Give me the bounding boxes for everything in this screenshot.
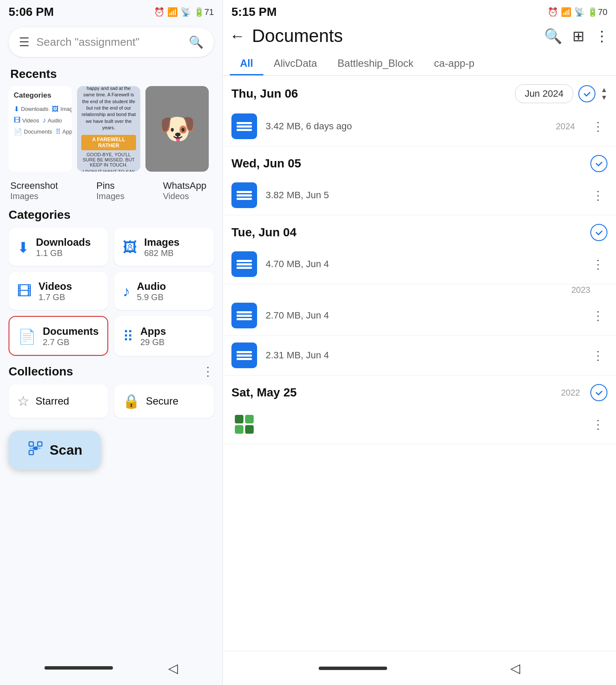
recent-card-img-text: ...where will be both happy and sad at t… bbox=[77, 86, 140, 172]
date-may25: Sat, May 25 bbox=[231, 386, 297, 399]
recent-screenshot-type: Images bbox=[10, 191, 58, 201]
more-options-doc4[interactable]: ⋮ bbox=[589, 307, 607, 325]
doc-file-icon-4 bbox=[231, 303, 257, 328]
downloads-label: Downloads bbox=[36, 236, 91, 248]
collections-header: Collections ⋮ bbox=[9, 364, 214, 378]
svg-rect-2 bbox=[29, 450, 33, 455]
category-videos[interactable]: 🎞 Videos 1.7 GB bbox=[9, 272, 108, 310]
doc-item-1[interactable]: 3.42 MB, 6 days ago 2024 ⋮ bbox=[223, 107, 616, 146]
svg-rect-1 bbox=[38, 442, 42, 446]
alarm-icon-r: ⏰ bbox=[548, 7, 558, 17]
collection-starred[interactable]: ☆ Starred bbox=[9, 384, 108, 418]
top-bar: ← Documents 🔍 ⊞ ⋮ bbox=[223, 22, 616, 51]
doc-file-icon-2 bbox=[231, 182, 257, 208]
apps-icon: ⠿ bbox=[123, 328, 133, 345]
scroll-up-icon[interactable]: ▲ bbox=[601, 86, 607, 93]
doc-item-2[interactable]: 3.82 MB, Jun 5 ⋮ bbox=[223, 176, 616, 215]
signal-icon-r: 📡 bbox=[574, 7, 585, 17]
date-header-jun05: Wed, Jun 05 bbox=[223, 146, 616, 176]
left-panel: 5:06 PM ⏰ 📶 📡 🔋71 ☰ Search "assignment" … bbox=[0, 0, 222, 685]
doc-item-4[interactable]: 2.70 MB, Jun 4 ⋮ bbox=[223, 296, 616, 336]
more-options-doc5[interactable]: ⋮ bbox=[589, 347, 607, 364]
more-options-doc6[interactable]: ⋮ bbox=[589, 416, 607, 433]
category-documents[interactable]: 📄 Documents 2.7 GB bbox=[9, 316, 108, 356]
search-button-right[interactable]: 🔍 bbox=[544, 27, 562, 45]
grid-view-button[interactable]: ⊞ bbox=[572, 27, 584, 45]
more-options-button[interactable]: ⋮ bbox=[595, 27, 609, 45]
wifi-icon: 📶 bbox=[167, 7, 178, 17]
search-bar[interactable]: ☰ Search "assignment" 🔍 bbox=[9, 27, 214, 57]
home-indicator-right bbox=[319, 667, 387, 670]
status-time-left: 5:06 PM bbox=[9, 5, 54, 19]
scroll-controls[interactable]: ▲ ▼ bbox=[601, 86, 607, 101]
recents-title: Recents bbox=[0, 64, 222, 86]
category-downloads[interactable]: ⬇ Downloads 1.1 GB bbox=[9, 228, 108, 266]
page-title: Documents bbox=[252, 26, 534, 46]
recent-whatsapp-name: WhatsApp bbox=[163, 180, 207, 191]
nav-bar-right: ◁ bbox=[223, 651, 616, 685]
select-jun06[interactable] bbox=[578, 85, 595, 102]
back-button-right[interactable]: ← bbox=[230, 27, 245, 45]
audio-icon: ♪ bbox=[123, 283, 130, 300]
signal-icon: 📡 bbox=[181, 7, 191, 17]
doc-info-1: 3.42 MB, 6 days ago bbox=[266, 121, 548, 132]
secure-label: Secure bbox=[146, 395, 178, 407]
apps-label: Apps bbox=[140, 325, 166, 337]
collections-more-icon[interactable]: ⋮ bbox=[202, 364, 214, 378]
recent-pins-name: Pins bbox=[96, 180, 124, 191]
back-button-left[interactable]: ◁ bbox=[168, 661, 178, 676]
tab-battleship[interactable]: Battleship_Block bbox=[327, 51, 424, 75]
starred-label: Starred bbox=[36, 395, 69, 407]
more-options-doc1[interactable]: ⋮ bbox=[589, 118, 607, 135]
tab-caapp[interactable]: ca-app-p bbox=[424, 51, 485, 75]
tab-alivcdata[interactable]: AlivcData bbox=[264, 51, 327, 75]
tab-all[interactable]: All bbox=[230, 51, 264, 75]
downloads-size: 1.1 GB bbox=[36, 248, 91, 258]
recent-card-whatsapp[interactable]: 🐶 bbox=[145, 86, 209, 172]
doc-info-3: 4.70 MB, Jun 4 bbox=[266, 259, 580, 270]
date-jun06: Thu, Jun 06 bbox=[231, 87, 298, 101]
year-2023-label: 2023 bbox=[572, 285, 591, 295]
search-icon[interactable]: 🔍 bbox=[189, 35, 204, 49]
more-options-doc3[interactable]: ⋮ bbox=[589, 256, 607, 273]
search-placeholder: Search "assignment" bbox=[36, 36, 182, 49]
nav-bar-left: ◁ bbox=[0, 651, 222, 685]
images-label: Images bbox=[144, 236, 180, 248]
doc-meta-3: 4.70 MB, Jun 4 bbox=[266, 259, 329, 269]
status-bar-right: 5:15 PM ⏰ 📶 📡 🔋70 bbox=[223, 0, 616, 22]
videos-label: Videos bbox=[38, 280, 72, 292]
select-jun04[interactable] bbox=[590, 224, 607, 241]
category-audio[interactable]: ♪ Audio 5.9 GB bbox=[114, 272, 214, 310]
date-header-jun04: Tue, Jun 04 bbox=[223, 215, 616, 244]
category-images[interactable]: 🖼 Images 682 MB bbox=[114, 228, 214, 266]
date-header-right-jun06: Jun 2024 ▲ ▼ bbox=[515, 84, 607, 103]
year-badge-2023: 2023 bbox=[223, 284, 616, 296]
audio-size: 5.9 GB bbox=[137, 292, 166, 302]
recent-card-categories[interactable]: Categories ⬇Downloads 🖼Images 🎞Videos ♪A… bbox=[9, 86, 72, 172]
doc-item-6[interactable]: ⋮ bbox=[223, 405, 616, 444]
collections-grid: ☆ Starred 🔒 Secure bbox=[9, 384, 214, 418]
year-2024: 2024 bbox=[556, 122, 580, 131]
date-badge: Jun 2024 bbox=[515, 84, 574, 103]
status-bar-left: 5:06 PM ⏰ 📶 📡 🔋71 bbox=[0, 0, 222, 22]
audio-label: Audio bbox=[137, 280, 166, 292]
collection-secure[interactable]: 🔒 Secure bbox=[114, 384, 214, 418]
doc-meta-4: 2.70 MB, Jun 4 bbox=[266, 310, 329, 321]
menu-icon[interactable]: ☰ bbox=[19, 35, 30, 49]
category-apps[interactable]: ⠿ Apps 29 GB bbox=[114, 316, 214, 356]
back-button-nav-right[interactable]: ◁ bbox=[510, 661, 520, 676]
select-jun05[interactable] bbox=[590, 155, 607, 172]
recent-card-pins[interactable]: ...where will be both happy and sad at t… bbox=[77, 86, 140, 172]
more-options-doc2[interactable]: ⋮ bbox=[589, 187, 607, 204]
date-jun04: Tue, Jun 04 bbox=[231, 226, 296, 239]
scan-fab[interactable]: Scan bbox=[9, 431, 101, 470]
doc-item-5[interactable]: 2.31 MB, Jun 4 ⋮ bbox=[223, 336, 616, 375]
scroll-down-icon[interactable]: ▼ bbox=[601, 94, 607, 101]
documents-icon: 📄 bbox=[18, 328, 36, 345]
select-may25[interactable] bbox=[590, 384, 607, 401]
images-size: 682 MB bbox=[144, 248, 180, 258]
lock-icon: 🔒 bbox=[123, 393, 140, 409]
date-jun05: Wed, Jun 05 bbox=[231, 157, 301, 170]
doc-item-3[interactable]: 4.70 MB, Jun 4 ⋮ bbox=[223, 244, 616, 284]
scan-label: Scan bbox=[50, 442, 82, 458]
